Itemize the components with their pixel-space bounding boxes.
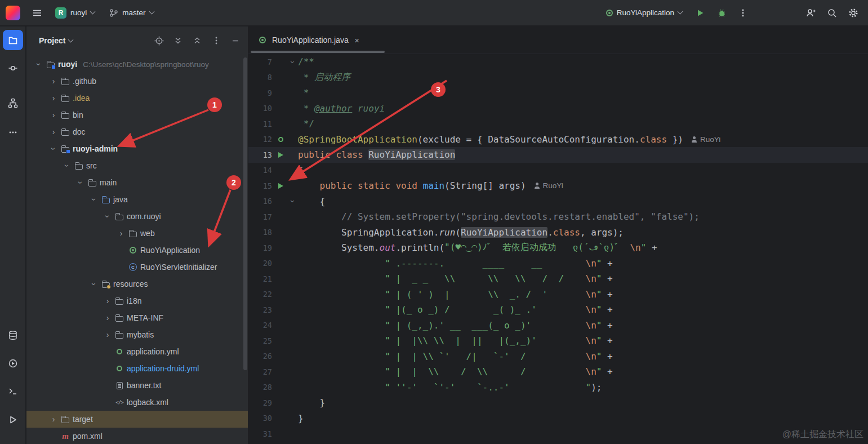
tree-item-ruoyi-admin[interactable]: ›ruoyi-admin — [26, 140, 248, 157]
commit-tool-button[interactable] — [3, 58, 23, 78]
tree-item-ruoyi[interactable]: ›ruoyiC:\Users\qcl\Desktop\springboot\ru… — [26, 56, 248, 73]
chevron-expanded-icon[interactable]: › — [90, 195, 99, 204]
tree-item-application-yml[interactable]: application.yml — [26, 343, 248, 360]
services-tool-button[interactable] — [3, 353, 23, 374]
code-line-18[interactable]: 18 SpringApplication.run(RuoYiApplicatio… — [248, 225, 868, 241]
code-line-28[interactable]: 28 " ''-' `'-' `-..-' "); — [248, 380, 868, 396]
tree-item-src[interactable]: ›src — [26, 157, 248, 174]
structure-tool-button[interactable] — [3, 93, 23, 113]
code-line-8[interactable]: 8 * 启动程序 — [248, 70, 868, 86]
terminal-tool-button[interactable] — [3, 381, 23, 402]
code-line-24[interactable]: 24 " | (_,_).' __ ___(_ o _)' \n" + — [248, 318, 868, 334]
author-inlay-hint[interactable]: RuoYi — [534, 181, 563, 190]
chevron-collapsed-icon[interactable]: › — [49, 415, 58, 424]
tree-item-doc[interactable]: ›doc — [26, 123, 248, 140]
chevron-expanded-icon[interactable]: › — [103, 212, 112, 221]
collapse-all-button[interactable] — [189, 33, 205, 48]
fold-arrow-icon[interactable]: › — [288, 196, 297, 206]
hamburger-menu-button[interactable] — [28, 4, 46, 22]
more-tool-windows-button[interactable] — [3, 122, 23, 143]
tree-item-i18n[interactable]: ›i18n — [26, 292, 248, 309]
tree-item-bin[interactable]: ›bin — [26, 106, 248, 123]
code-line-13[interactable]: 13public class RuoYiApplication — [248, 147, 868, 163]
tree-item--idea[interactable]: ›.idea — [26, 90, 248, 106]
code-line-21[interactable]: 21 " | _ _ \\ \\ \\ / / \n" + — [248, 271, 868, 287]
chevron-collapsed-icon[interactable]: › — [49, 127, 58, 136]
tree-item-mybatis[interactable]: ›mybatis — [26, 326, 248, 343]
tree-item-ruoyiservletinitializer[interactable]: CRuoYiServletInitializer — [26, 259, 248, 276]
tree-item-ruoyiapplication[interactable]: RuoYiApplication — [26, 242, 248, 259]
tree-item-banner-txt[interactable]: banner.txt — [26, 377, 248, 394]
database-tool-button[interactable] — [3, 325, 23, 345]
code-line-16[interactable]: 16› { — [248, 194, 868, 210]
chevron-expanded-icon[interactable]: › — [63, 161, 72, 170]
search-everywhere-button[interactable] — [823, 4, 841, 22]
code-line-10[interactable]: 10 * @author ruoyi — [248, 101, 868, 117]
code-line-29[interactable]: 29 } — [248, 395, 868, 411]
spring-bean-gutter-icon[interactable] — [273, 137, 288, 142]
tree-item-target[interactable]: ›target — [26, 411, 248, 428]
tree-item-java[interactable]: ›java — [26, 191, 248, 208]
chevron-collapsed-icon[interactable]: › — [49, 110, 58, 119]
code-line-12[interactable]: 12@SpringBootApplication(exclude = { Dat… — [248, 132, 868, 148]
code-line-26[interactable]: 26 " | | \\ `' /| `-' / \n" + — [248, 349, 868, 365]
author-inlay-hint[interactable]: RuoYi — [691, 135, 720, 144]
run-tool-button[interactable] — [3, 410, 23, 430]
hide-panel-button[interactable] — [228, 33, 243, 48]
chevron-collapsed-icon[interactable]: › — [49, 94, 58, 103]
panel-options-button[interactable] — [208, 33, 224, 48]
chevron-expanded-icon[interactable]: › — [34, 60, 43, 69]
code-line-22[interactable]: 22 " | ( ' ) | \\ _. / ' \n" + — [248, 287, 868, 303]
vcs-branch-widget[interactable]: master — [104, 6, 159, 20]
chevron-collapsed-icon[interactable]: › — [103, 313, 112, 322]
expand-all-button[interactable] — [170, 33, 186, 48]
project-panel-title[interactable]: Project — [39, 36, 65, 45]
chevron-expanded-icon[interactable]: › — [90, 279, 99, 288]
code-line-23[interactable]: 23 " |(_ o _) / _( )_ .' \n" + — [248, 302, 868, 318]
editor-tab-ruoyiapplication[interactable]: RuoYiApplication.java — [251, 26, 368, 54]
tree-item-application-druid-yml[interactable]: application-druid.yml — [26, 360, 248, 377]
tree-item-web[interactable]: ›web — [26, 225, 248, 242]
tab-scroll-indicator[interactable] — [251, 51, 385, 53]
tree-item-com-ruoyi[interactable]: ›com.ruoyi — [26, 208, 248, 225]
code-line-7[interactable]: 7›/** — [248, 54, 868, 70]
fold-arrow-icon[interactable]: › — [288, 57, 297, 67]
run-configuration-widget[interactable]: RuoYiApplication — [600, 6, 688, 20]
tree-item-main[interactable]: ›main — [26, 174, 248, 191]
folder-icon — [114, 330, 124, 340]
tree-item-logback-xml[interactable]: </>logback.xml — [26, 394, 248, 411]
run-gutter-icon[interactable] — [273, 183, 288, 189]
code-line-25[interactable]: 25 " | |\\ \\ | || |(_,_)' \n" + — [248, 333, 868, 349]
code-line-14[interactable]: 14{ — [248, 163, 868, 179]
more-actions-button[interactable] — [734, 4, 752, 22]
code-line-20[interactable]: 20 " .-------. ____ __ \n" + — [248, 256, 868, 272]
code-line-31[interactable]: 31 — [248, 426, 868, 442]
select-opened-file-button[interactable] — [151, 33, 167, 48]
chevron-collapsed-icon[interactable]: › — [103, 296, 112, 305]
tree-item--github[interactable]: ›.github — [26, 73, 248, 90]
code-line-19[interactable]: 19 System.out.println("(♥◠‿◠)ﾉﾞ 若依启动成功 ლ… — [248, 240, 868, 256]
code-line-30[interactable]: 30} — [248, 411, 868, 427]
tree-item-meta-inf[interactable]: ›META-INF — [26, 309, 248, 326]
code-line-17[interactable]: 17 // System.setProperty("spring.devtool… — [248, 209, 868, 225]
project-scrollbar[interactable] — [243, 57, 247, 370]
chevron-collapsed-icon[interactable]: › — [117, 229, 126, 238]
code-line-15[interactable]: 15 public static void main(String[] args… — [248, 178, 868, 194]
code-line-27[interactable]: 27 " | | \\ / \\ / \n" + — [248, 364, 868, 380]
project-tool-button[interactable] — [3, 30, 23, 50]
code-with-me-button[interactable] — [802, 4, 820, 22]
chevron-expanded-icon[interactable]: › — [76, 178, 85, 187]
debug-button[interactable] — [713, 4, 731, 22]
project-widget[interactable]: R ruoyi — [50, 5, 100, 21]
code-line-9[interactable]: 9 * — [248, 85, 868, 101]
run-button[interactable] — [691, 4, 709, 22]
chevron-collapsed-icon[interactable]: › — [103, 330, 112, 339]
chevron-collapsed-icon[interactable]: › — [49, 77, 58, 86]
settings-button[interactable] — [844, 4, 862, 22]
tree-item-pom-xml[interactable]: mpom.xml — [26, 428, 248, 444]
code-line-11[interactable]: 11 */ — [248, 116, 868, 132]
close-icon[interactable] — [353, 35, 361, 45]
tree-item-resources[interactable]: ›resources — [26, 276, 248, 292]
chevron-expanded-icon[interactable]: › — [49, 144, 58, 153]
run-gutter-icon[interactable] — [273, 152, 288, 158]
